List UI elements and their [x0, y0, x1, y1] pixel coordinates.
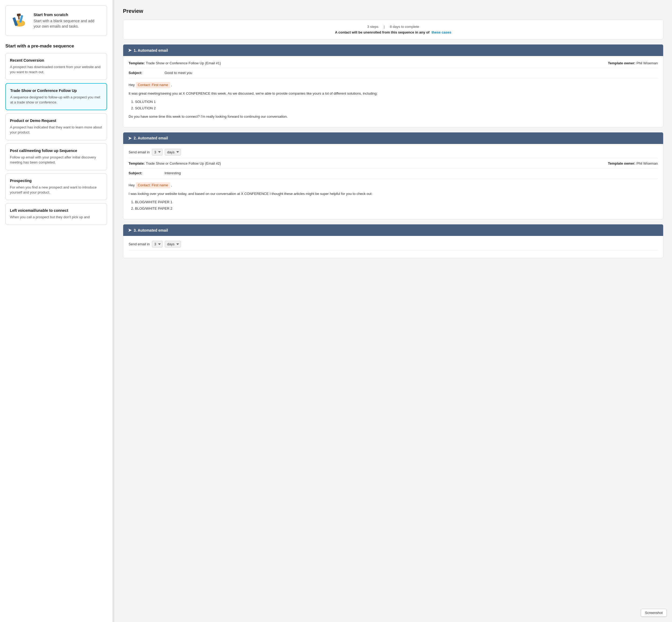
comma: ,: [171, 182, 172, 188]
template-label: Template:: [129, 61, 145, 65]
sequence-card-desc: A sequence designed to follow-up with a …: [10, 95, 102, 105]
step-body: Send email in 3 days: [123, 236, 663, 258]
step-header: ➤ 1. Automated email: [123, 44, 663, 56]
sequence-card-post-call[interactable]: Post call/meeting follow up Sequence Fol…: [5, 143, 107, 170]
automated-email-icon: ➤: [128, 48, 131, 53]
email-body: Hey Contact: First name , It was great m…: [129, 82, 658, 119]
screenshot-badge: Screenshot: [641, 609, 667, 617]
meta-separator: |: [384, 25, 385, 29]
sequence-card-title: Product or Demo Request: [10, 118, 102, 123]
template-owner-row: Template: Trade Show or Conference Follo…: [129, 61, 658, 68]
scratch-icon: [10, 11, 29, 30]
scratch-body: Start with a blank sequence and add your…: [34, 19, 101, 29]
list-item: BLOG/WHITE PAPER 2: [135, 206, 658, 211]
subject-label: Subject:: [129, 71, 163, 75]
subject-value: Interesting: [164, 171, 181, 175]
preview-title: Preview: [123, 8, 664, 14]
sequence-card-product-demo[interactable]: Product or Demo Request A prospect has i…: [5, 113, 107, 140]
right-panel: Preview 3 steps | 8 days to complete A c…: [114, 0, 672, 622]
subject-label: Subject:: [129, 171, 163, 175]
automated-email-icon: ➤: [128, 136, 131, 141]
subject-row: Subject: Good to meet you: [129, 71, 658, 78]
sequence-card-title: Left voicemail/unable to connect: [10, 208, 102, 213]
step-card-3: ➤ 3. Automated email Send email in 3 day…: [123, 224, 664, 258]
send-email-row: Send email in 3 days: [129, 241, 658, 250]
scratch-description: Start from scratch Start with a blank se…: [34, 12, 101, 29]
step-label: 2. Automated email: [134, 136, 168, 140]
steps-summary: 3 steps | 8 days to complete A contact w…: [123, 20, 664, 39]
subject-row: Subject: Interesting: [129, 171, 658, 179]
sequence-card-desc: For when you find a new prospect and wan…: [10, 185, 102, 195]
sequence-card-trade-show[interactable]: Trade Show or Conference Follow Up A seq…: [5, 83, 107, 110]
template-owner-label: Template owner:: [608, 162, 635, 165]
sequence-card-title: Post call/meeting follow up Sequence: [10, 148, 102, 153]
sequence-card-title: Trade Show or Conference Follow Up: [10, 89, 102, 93]
list-item: BLOG/WHITE PAPER 1: [135, 200, 658, 205]
left-panel: Start from scratch Start with a blank se…: [0, 0, 113, 622]
sequence-list: Recent Conversion A prospect has downloa…: [5, 53, 107, 225]
step-label: 3. Automated email: [134, 228, 168, 233]
send-email-unit-select[interactable]: days: [165, 241, 181, 247]
step-card-2: ➤ 2. Automated email Send email in 3 day…: [123, 132, 664, 219]
list-item: SOLUTION 1: [135, 99, 658, 105]
step-header: ➤ 3. Automated email: [123, 224, 663, 236]
body-paragraph: It was great meeting/seeing you at X CON…: [129, 91, 658, 97]
template-value: Trade Show or Conference Follow Up (Emai…: [146, 61, 221, 65]
scratch-card[interactable]: Start from scratch Start with a blank se…: [5, 5, 107, 36]
sequence-card-left-voicemail[interactable]: Left voicemail/unable to connect When yo…: [5, 203, 107, 225]
contact-token: Contact: First name: [136, 182, 170, 188]
step-body: Send email in 3 days Template: Trade Sho…: [123, 144, 663, 219]
send-email-number-select[interactable]: 3: [152, 241, 163, 247]
template-owner-row: Template: Trade Show or Conference Follo…: [129, 161, 658, 168]
body-list: SOLUTION 1SOLUTION 2: [135, 99, 658, 111]
send-email-label: Send email in: [129, 150, 150, 154]
subject-value: Good to meet you: [164, 71, 192, 75]
hey-text: Hey: [129, 182, 135, 188]
step-card-1: ➤ 1. Automated email Template: Trade Sho…: [123, 44, 664, 127]
contact-token: Contact: First name: [136, 82, 170, 88]
step-body: Template: Trade Show or Conference Follo…: [123, 56, 663, 127]
scratch-title: Start from scratch: [34, 12, 101, 17]
email-body: Hey Contact: First name , I was looking …: [129, 182, 658, 211]
sequence-card-title: Recent Conversion: [10, 58, 102, 63]
send-email-label: Send email in: [129, 242, 150, 246]
send-email-unit-select[interactable]: days: [165, 149, 181, 156]
list-item: SOLUTION 2: [135, 106, 658, 111]
hey-text: Hey: [129, 82, 135, 88]
comma: ,: [171, 82, 172, 88]
sequence-card-recent-conversion[interactable]: Recent Conversion A prospect has downloa…: [5, 53, 107, 80]
body-list: BLOG/WHITE PAPER 1BLOG/WHITE PAPER 2: [135, 200, 658, 212]
svg-rect-5: [17, 13, 21, 16]
unenroll-link[interactable]: these cases: [431, 30, 451, 34]
template-owner-value: Phil Wiseman: [637, 162, 658, 165]
email-salutation: Hey Contact: First name ,: [129, 82, 658, 88]
template-owner-field: Template owner: Phil Wiseman: [608, 161, 658, 165]
send-email-row: Send email in 3 days: [129, 149, 658, 159]
template-owner-field: Template owner: Phil Wiseman: [608, 61, 658, 65]
section-title: Start with a pre-made sequence: [5, 43, 107, 49]
sequence-card-title: Prospecting: [10, 179, 102, 183]
template-label: Template:: [129, 162, 145, 165]
step-cards: ➤ 1. Automated email Template: Trade Sho…: [123, 44, 664, 258]
sequence-card-desc: A prospect has indicated that they want …: [10, 125, 102, 135]
sequence-card-desc: Follow up email with your prospect after…: [10, 155, 102, 165]
template-owner-value: Phil Wiseman: [637, 61, 658, 65]
unenroll-notice: A contact will be unenrolled from this s…: [130, 30, 657, 34]
days-count: 8 days to complete: [390, 25, 419, 29]
step-header: ➤ 2. Automated email: [123, 132, 663, 144]
step-label: 1. Automated email: [134, 48, 168, 53]
sequence-card-prospecting[interactable]: Prospecting For when you find a new pros…: [5, 173, 107, 200]
template-owner-label: Template owner:: [608, 61, 635, 65]
body-paragraph: I was looking over your website today, a…: [129, 191, 658, 197]
sequence-card-desc: When you call a prospect but they don't …: [10, 215, 102, 220]
email-salutation: Hey Contact: First name ,: [129, 182, 658, 188]
template-value: Trade Show or Conference Follow Up (Emai…: [146, 162, 221, 165]
template-field: Template: Trade Show or Conference Follo…: [129, 161, 221, 165]
steps-meta: 3 steps | 8 days to complete: [130, 25, 657, 29]
automated-email-icon: ➤: [128, 228, 131, 233]
closing-paragraph: Do you have some time this week to conne…: [129, 114, 658, 119]
steps-count: 3 steps: [367, 25, 378, 29]
template-field: Template: Trade Show or Conference Follo…: [129, 61, 221, 65]
send-email-number-select[interactable]: 3: [152, 149, 163, 156]
sequence-card-desc: A prospect has downloaded content from y…: [10, 65, 102, 75]
